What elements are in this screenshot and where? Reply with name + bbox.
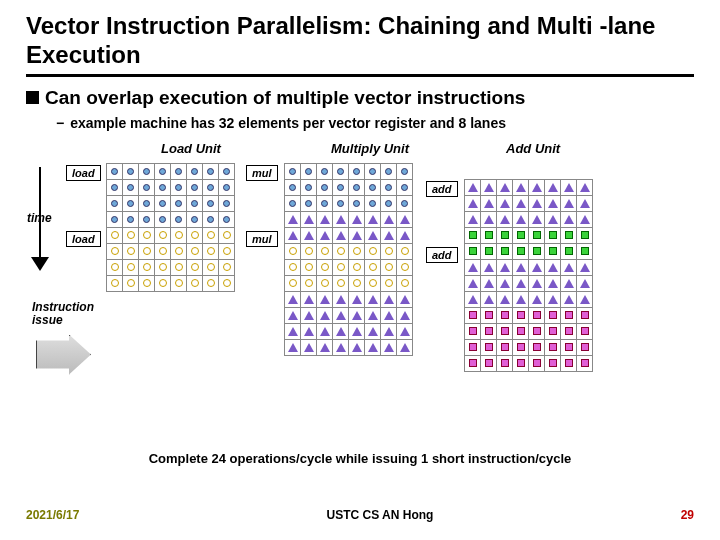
- square-bullet-icon: [26, 91, 39, 104]
- diagram: Load Unit Multiply Unit Add Unit time lo…: [106, 145, 676, 445]
- add-grid: [464, 179, 593, 372]
- diagram-caption: Complete 24 operations/cycle while issui…: [26, 451, 694, 466]
- multiply-unit-label: Multiply Unit: [331, 141, 409, 156]
- footer-date: 2021/6/17: [26, 508, 79, 522]
- load-grid: [106, 163, 235, 292]
- slide-title: Vector Instruction Parallelism: Chaining…: [26, 12, 694, 77]
- mul-tag-1: mul: [246, 165, 278, 181]
- mul-tag-2: mul: [246, 231, 278, 247]
- time-label: time: [27, 211, 52, 225]
- add-unit-label: Add Unit: [506, 141, 560, 156]
- instruction-issue-label: Instruction issue: [32, 301, 102, 327]
- instruction-issue-arrow: Instruction issue: [36, 335, 91, 375]
- dash-icon: −: [56, 115, 64, 131]
- add-tag-2: add: [426, 247, 458, 263]
- add-tag-1: add: [426, 181, 458, 197]
- multiply-grid: [284, 163, 413, 356]
- load-tag-1: load: [66, 165, 101, 181]
- bullet-sub: − example machine has 32 elements per ve…: [56, 115, 694, 131]
- time-arrow: time: [31, 167, 56, 285]
- arrow-right-icon: [36, 335, 91, 375]
- load-tag-2: load: [66, 231, 101, 247]
- bullet-main-text: Can overlap execution of multiple vector…: [45, 87, 525, 109]
- bullet-main: Can overlap execution of multiple vector…: [26, 87, 694, 109]
- footer-author: USTC CS AN Hong: [327, 508, 434, 522]
- footer-page-number: 29: [681, 508, 694, 522]
- bullet-sub-text: example machine has 32 elements per vect…: [70, 115, 506, 131]
- slide-footer: 2021/6/17 USTC CS AN Hong 29: [0, 508, 720, 522]
- load-unit-label: Load Unit: [161, 141, 221, 156]
